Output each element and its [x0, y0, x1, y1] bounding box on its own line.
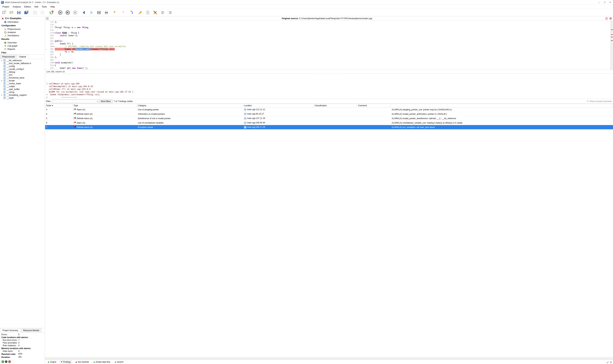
file-item[interactable]: C__split_buffer [0, 88, 45, 91]
highlight-button[interactable] [152, 9, 159, 16]
tag-add-button[interactable]: # [39, 9, 46, 16]
tag-button[interactable]: # [31, 9, 39, 16]
findings-header[interactable]: Location [243, 104, 314, 107]
config-preprocessor[interactable]: Preprocessor [0, 27, 45, 31]
file-list[interactable]: ▸C__bit_referenceC__bsd_locale_fallbacks… [0, 59, 45, 328]
findings-row[interactable]: 4Definite Alarm (A)Arithmetics on invali… [45, 112, 613, 116]
svg-rect-15 [74, 12, 76, 13]
findings-row[interactable]: 7Definite Alarm (A)Exception raisedCmain… [45, 125, 613, 130]
split-icon[interactable] [605, 17, 608, 20]
file-item[interactable]: C__debug [0, 70, 45, 73]
results-reports[interactable]: Reports [0, 47, 45, 51]
line-gutter: 175176177178179▾180181182183184▾⚠1851861… [45, 21, 55, 70]
findings-header[interactable] [391, 104, 613, 107]
menu-analysis[interactable]: Analysis [11, 5, 22, 9]
redo-button[interactable] [119, 9, 126, 16]
filter-input[interactable] [52, 100, 100, 103]
findings-count: 7 of 7 findings visible [114, 100, 133, 103]
menu-editors[interactable]: Editors [23, 5, 33, 9]
undo-button[interactable] [112, 9, 119, 16]
file-item[interactable]: C__bsd_locale_fallbacks.h [0, 62, 45, 65]
file-item[interactable]: C__functional_base [0, 76, 45, 79]
bottom-tab-findings[interactable]: Findings [59, 360, 72, 364]
bottom-tab-search[interactable]: Search [114, 360, 125, 364]
findings-h-scroll[interactable] [45, 357, 613, 360]
message-pane[interactable]: . . . . . . . . . . . . . . . . . . . . … [45, 74, 613, 99]
file-item[interactable]: C__errc [0, 73, 45, 76]
tab-original[interactable]: Original [17, 55, 28, 59]
close-button[interactable]: ✕ [609, 1, 611, 4]
back-button[interactable] [80, 9, 87, 16]
bottom-tab-not-reached[interactable]: Not reached [74, 360, 90, 364]
save-button[interactable] [15, 9, 22, 16]
forward-button[interactable] [88, 9, 95, 16]
minimize-button[interactable]: — [598, 1, 600, 4]
edit-button[interactable] [137, 9, 144, 16]
light-amber [5, 360, 7, 363]
project-icon [1, 17, 4, 20]
bottom-tab-output[interactable]: Output [47, 360, 57, 364]
resize-handle[interactable]: . . . . . . . . . . . . . . . . . . . . … [311, 74, 347, 76]
run-button[interactable] [57, 9, 64, 16]
file-item[interactable]: C__tuple [0, 96, 45, 99]
file-item[interactable]: ▸C__threading_support [0, 93, 45, 96]
file-item[interactable]: C__nullptr [0, 85, 45, 88]
file-item[interactable]: C__cxxabi_config.h [0, 68, 45, 70]
file-item[interactable]: C__mutex_base [0, 82, 45, 85]
tab-preprocessed[interactable]: Preprocessed [0, 55, 17, 59]
code-editor[interactable]: 175176177178179▾180181182183184▾⚠1851861… [45, 21, 613, 70]
tab-project-summary[interactable]: Project Summary [0, 328, 20, 332]
findings-table[interactable]: Order ▾TypeCategoryLocationClassificatio… [45, 104, 613, 357]
information-node[interactable]: i Information [0, 20, 45, 24]
tab-resource-monitor[interactable]: Resource Monitor [21, 328, 42, 332]
bottom-tab-global-data-flow[interactable]: Global data flow [92, 360, 111, 364]
file-item[interactable]: ▸C__bit_reference [0, 59, 45, 62]
findings-row[interactable]: 5Definite Alarm (A)Dereference of null o… [45, 116, 613, 121]
file-item[interactable]: ▸C__locale [0, 79, 45, 82]
project-node[interactable]: C++ Examples [0, 16, 45, 20]
more-filters-button[interactable]: More filters [99, 100, 113, 103]
findings-header[interactable]: Category [137, 104, 243, 107]
menu-tools[interactable]: Tools [40, 5, 49, 9]
print-button[interactable] [103, 9, 110, 16]
fast-forward-button[interactable] [64, 9, 71, 16]
document-button[interactable] [144, 9, 151, 16]
findings-row[interactable]: 6Alarm (A)Use of uninitialized variables… [45, 121, 613, 125]
config-analyzer[interactable]: Analyzer [0, 31, 45, 34]
menu-project[interactable]: Project [1, 5, 11, 9]
save-as-button[interactable] [23, 9, 30, 16]
svg-rect-20 [106, 11, 107, 12]
goto-button[interactable] [128, 9, 135, 16]
configuration-header: Configuration [0, 24, 45, 27]
wrench-icon[interactable] [610, 361, 612, 364]
stop-button[interactable] [72, 9, 79, 16]
save-disk-button[interactable] [95, 9, 102, 16]
results-call-graph[interactable]: Call graph [0, 44, 45, 47]
editor-scrollbar[interactable] [610, 21, 613, 70]
file-item[interactable]: C__config [0, 65, 45, 68]
check-icon[interactable] [606, 361, 609, 364]
message-line: ERROR: Definite runtime error in this co… [46, 99, 612, 99]
menu-help[interactable]: Help [49, 5, 56, 9]
findings-header[interactable]: Classification [314, 104, 357, 107]
results-overview[interactable]: Overview [0, 41, 45, 44]
findings-header[interactable]: Type [73, 104, 137, 107]
source-header: C Original source: C:/Users/jherter/AppD… [45, 16, 613, 21]
close-panel-icon[interactable] [609, 17, 612, 20]
svg-point-28 [153, 11, 155, 12]
file-item[interactable]: C__string [0, 91, 45, 93]
open-project-button[interactable] [8, 9, 15, 16]
refresh-error-button[interactable] [48, 9, 55, 16]
indent-left-button[interactable] [159, 9, 166, 16]
config-annotations[interactable]: Annotations [0, 34, 45, 37]
new-project-button[interactable] [0, 9, 7, 16]
right-panel: C Original source: C:/Users/jherter/AppD… [45, 16, 613, 364]
menu-edit[interactable]: Edit [33, 5, 40, 9]
findings-header[interactable]: Order ▾ [45, 104, 73, 107]
show-unused-comments[interactable]: Show unused comments [587, 100, 612, 103]
indent-right-button[interactable] [167, 9, 174, 16]
findings-row[interactable]: 3Alarm (A)Use of dangling pointerCmain.c… [45, 107, 613, 112]
code-area[interactable]: }; Thing* Thing::a = new Thing; class So… [55, 21, 610, 70]
findings-header[interactable]: Comment [357, 104, 391, 107]
maximize-button[interactable]: ☐ [603, 1, 606, 4]
